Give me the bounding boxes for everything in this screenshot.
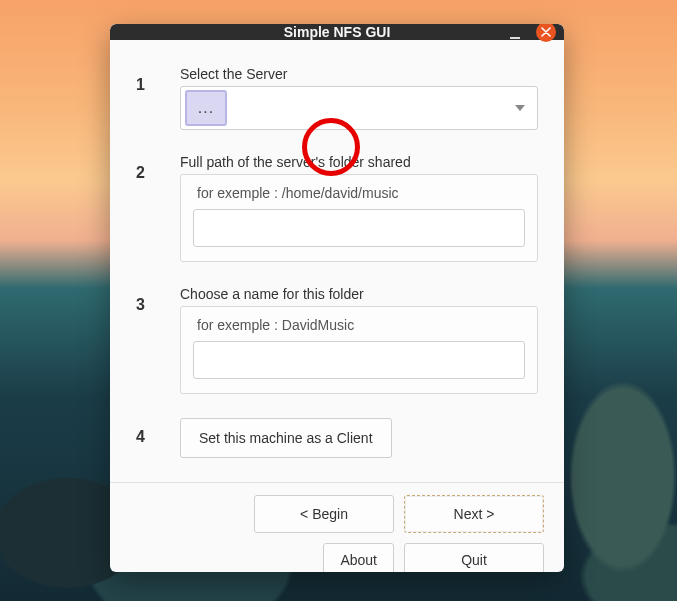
step-2-label: Full path of the server's folder shared <box>180 154 538 170</box>
app-window: Simple NFS GUI 1 Select the Server ... <box>110 24 564 572</box>
next-button[interactable]: Next > <box>404 495 544 533</box>
close-button[interactable] <box>536 24 556 42</box>
step-number: 2 <box>136 154 180 262</box>
server-combo[interactable] <box>227 87 537 129</box>
nav-area: < Begin Next > About Quit <box>110 483 564 572</box>
step-number: 4 <box>136 418 180 458</box>
step-1: 1 Select the Server ... <box>136 66 538 130</box>
step-3-hint: for exemple : DavidMusic <box>193 317 525 333</box>
step-3: 3 Choose a name for this folder for exem… <box>136 286 538 394</box>
server-path-input[interactable] <box>193 209 525 247</box>
titlebar: Simple NFS GUI <box>110 24 564 40</box>
close-icon <box>541 27 551 37</box>
step-1-label: Select the Server <box>180 66 538 82</box>
folder-name-input[interactable] <box>193 341 525 379</box>
about-button[interactable]: About <box>323 543 394 572</box>
window-title: Simple NFS GUI <box>284 24 391 40</box>
chevron-down-icon <box>515 105 525 111</box>
server-selector-row: ... <box>180 86 538 130</box>
step-number: 1 <box>136 66 180 130</box>
step-2: 2 Full path of the server's folder share… <box>136 154 538 262</box>
quit-button[interactable]: Quit <box>404 543 544 572</box>
step-2-hint: for exemple : /home/david/music <box>193 185 525 201</box>
step-4: 4 Set this machine as a Client <box>136 418 538 458</box>
step-number: 3 <box>136 286 180 394</box>
browse-server-button[interactable]: ... <box>185 90 227 126</box>
begin-button[interactable]: < Begin <box>254 495 394 533</box>
step-3-label: Choose a name for this folder <box>180 286 538 302</box>
set-client-button[interactable]: Set this machine as a Client <box>180 418 392 458</box>
minimize-button[interactable] <box>508 25 522 39</box>
